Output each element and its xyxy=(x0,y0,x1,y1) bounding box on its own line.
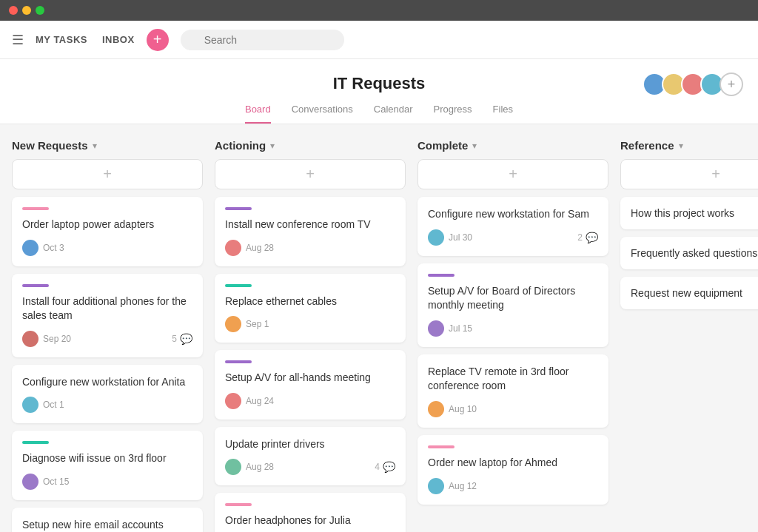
close-dot[interactable] xyxy=(9,6,18,15)
project-tabs: Board Conversations Calendar Progress Fi… xyxy=(0,104,758,124)
column-header-complete: Complete ▾ xyxy=(417,139,608,152)
add-button[interactable]: + xyxy=(147,29,169,51)
ref-card-how-project-works[interactable]: How this project works xyxy=(620,197,758,229)
comment-icon: 💬 xyxy=(383,461,395,473)
add-card-actioning[interactable]: + xyxy=(215,159,406,189)
avatar xyxy=(225,316,241,332)
my-tasks-link[interactable]: MY TASKS xyxy=(36,34,87,45)
card-meta-left: Aug 10 xyxy=(428,401,477,417)
card-title: Configure new workstation for Sam xyxy=(428,207,598,222)
card-date: Aug 10 xyxy=(449,404,477,414)
card-meta-left: Aug 24 xyxy=(225,393,274,409)
card-meta-left: Oct 3 xyxy=(22,240,64,256)
chevron-down-icon[interactable]: ▾ xyxy=(472,141,477,151)
column-title-wrapper: Reference ▾ xyxy=(620,139,683,152)
card-date: Oct 15 xyxy=(43,477,69,487)
card-meta: Oct 1 xyxy=(22,397,192,413)
comment-count: 4 xyxy=(375,462,380,472)
card-meta-left: Aug 28 xyxy=(225,459,274,475)
tab-calendar[interactable]: Calendar xyxy=(374,104,413,124)
column-reference: Reference ▾ + How this project works Fre… xyxy=(620,139,758,317)
chevron-down-icon[interactable]: ▾ xyxy=(93,141,97,151)
card-meta-left: Sep 20 xyxy=(22,331,71,347)
accent-bar xyxy=(428,445,455,448)
card-ethernet-cables: Replace ethernet cables Sep 1 xyxy=(215,274,406,343)
card-tv-remote: Replace TV remote in 3rd floor conferenc… xyxy=(417,354,608,428)
add-card-reference[interactable]: + xyxy=(620,159,758,189)
ref-card-label: How this project works xyxy=(631,207,734,219)
card-meta: Jul 15 xyxy=(428,320,598,337)
inbox-link[interactable]: INBOX xyxy=(102,34,135,45)
card-date: Oct 3 xyxy=(43,243,64,253)
avatar xyxy=(225,459,241,475)
avatar xyxy=(225,393,241,409)
tab-files[interactable]: Files xyxy=(493,104,513,124)
card-install-phones: Install four additional phones for the s… xyxy=(12,274,203,357)
card-workstation-sam: Configure new workstation for Sam Jul 30… xyxy=(417,197,608,256)
comment-icon: 💬 xyxy=(180,333,192,345)
tab-progress[interactable]: Progress xyxy=(434,104,472,124)
search-wrapper: 🔍 xyxy=(181,30,477,50)
card-date: Aug 24 xyxy=(246,396,274,406)
card-meta-left: Oct 1 xyxy=(22,397,64,413)
ref-card-label: Request new equipment xyxy=(631,287,742,299)
avatar xyxy=(428,229,444,246)
column-header-reference: Reference ▾ xyxy=(620,139,758,152)
accent-bar xyxy=(225,207,252,210)
card-title: Update printer drivers xyxy=(225,437,395,452)
accent-bar xyxy=(22,284,49,287)
search-input[interactable] xyxy=(181,30,344,50)
card-laptop-ahmed: Order new laptop for Ahmed Aug 12 xyxy=(417,435,608,505)
card-meta: Oct 15 xyxy=(22,474,192,490)
card-order-laptop-adapters: Order laptop power adapters Oct 3 xyxy=(12,197,203,266)
card-title: Setup A/V for Board of Directors monthly… xyxy=(428,284,598,313)
ref-card-faq[interactable]: Frequently asked questions xyxy=(620,237,758,269)
chevron-down-icon[interactable]: ▾ xyxy=(270,141,275,151)
avatar xyxy=(428,478,444,494)
avatar xyxy=(22,331,38,347)
add-card-complete[interactable]: + xyxy=(417,159,608,189)
avatar xyxy=(22,474,38,490)
accent-bar xyxy=(22,441,49,444)
card-printer-drivers: Update printer drivers Aug 28 4 💬 xyxy=(215,427,406,486)
tab-board[interactable]: Board xyxy=(245,104,271,124)
accent-bar xyxy=(22,207,49,210)
hamburger-icon[interactable]: ☰ xyxy=(12,32,24,48)
column-complete: Complete ▾ + Configure new workstation f… xyxy=(417,139,608,512)
accent-bar xyxy=(225,284,252,287)
card-meta-left: Jul 15 xyxy=(428,320,472,337)
card-email-accounts: Setup new hire email accounts Sep 30 xyxy=(12,508,203,532)
card-comments: 4 💬 xyxy=(375,461,395,473)
top-nav: ☰ MY TASKS INBOX + 🔍 xyxy=(0,21,758,59)
card-meta: Oct 3 xyxy=(22,240,192,256)
column-title-wrapper: Complete ▾ xyxy=(417,139,477,152)
project-header: + IT Requests Board Conversations Calend… xyxy=(0,59,758,124)
column-actioning: Actioning ▾ + Install new conference roo… xyxy=(215,139,406,532)
card-date: Aug 28 xyxy=(246,462,274,472)
card-title: Setup new hire email accounts xyxy=(22,518,192,532)
card-av-allhands: Setup A/V for all-hands meeting Aug 24 xyxy=(215,350,406,420)
add-card-new-requests[interactable]: + xyxy=(12,159,203,189)
card-meta-left: Aug 12 xyxy=(428,478,477,494)
column-title-wrapper: Actioning ▾ xyxy=(215,139,275,152)
card-av-board-meeting: Setup A/V for Board of Directors monthly… xyxy=(417,263,608,347)
comment-count: 2 xyxy=(577,232,583,243)
column-header-actioning: Actioning ▾ xyxy=(215,139,406,152)
card-meta: Aug 24 xyxy=(225,393,395,409)
card-comments: 2 💬 xyxy=(577,232,598,243)
card-meta: Aug 12 xyxy=(428,478,598,494)
titlebar xyxy=(0,0,758,21)
tab-conversations[interactable]: Conversations xyxy=(292,104,353,124)
add-avatar-button[interactable]: + xyxy=(720,73,743,96)
chevron-down-icon[interactable]: ▾ xyxy=(679,141,683,151)
card-title: Order headphones for Julia xyxy=(225,514,395,528)
avatar xyxy=(22,397,38,413)
column-new-requests: New Requests ▾ + Order laptop power adap… xyxy=(12,139,203,532)
maximize-dot[interactable] xyxy=(36,6,44,15)
accent-bar xyxy=(225,503,252,506)
minimize-dot[interactable] xyxy=(22,6,31,15)
card-comments: 5 💬 xyxy=(172,333,192,345)
card-date: Sep 20 xyxy=(43,334,71,344)
ref-card-request-equipment[interactable]: Request new equipment xyxy=(620,277,758,309)
card-date: Sep 1 xyxy=(246,319,269,329)
